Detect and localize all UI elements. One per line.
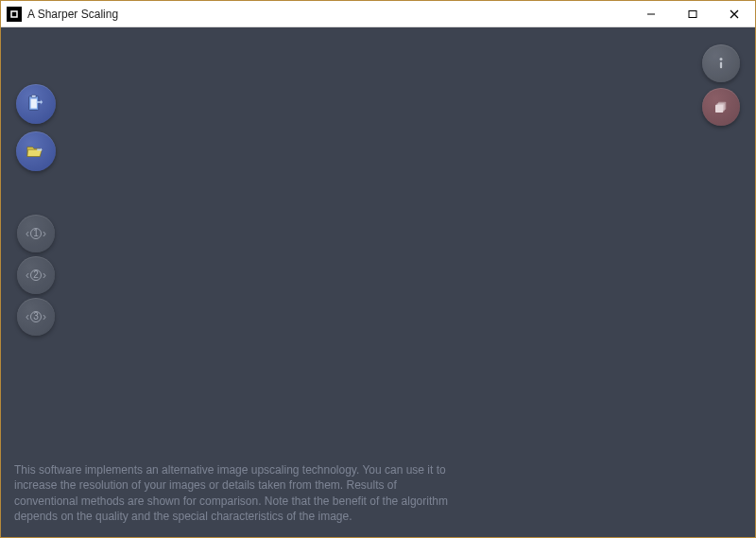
svg-rect-14 — [715, 105, 723, 113]
zoom-preset-2-button[interactable]: ‹ 2 › — [17, 256, 55, 294]
svg-rect-8 — [31, 95, 36, 97]
app-window: A Sharper Scaling — [0, 0, 756, 538]
minimize-button[interactable] — [630, 1, 672, 26]
zoom-level-label: 3 — [30, 311, 42, 322]
svg-point-10 — [720, 58, 723, 61]
zoom-level-label: 1 — [30, 228, 42, 239]
open-file-button[interactable] — [16, 131, 56, 171]
info-button[interactable] — [702, 44, 740, 82]
folder-open-icon — [26, 141, 46, 162]
svg-rect-4 — [689, 10, 696, 17]
chevron-left-icon: ‹ — [26, 311, 29, 322]
svg-rect-9 — [31, 99, 37, 109]
app-icon — [7, 7, 22, 22]
description-text: This software implements an alternative … — [14, 462, 449, 524]
chevron-right-icon: › — [43, 311, 46, 322]
chevron-left-icon: ‹ — [26, 228, 29, 239]
zoom-level-label: 2 — [30, 269, 42, 281]
clipboard-icon — [26, 94, 46, 114]
batch-button[interactable] — [702, 88, 740, 126]
titlebar[interactable]: A Sharper Scaling — [1, 1, 755, 27]
zoom-preset-3-button[interactable]: ‹ 3 › — [17, 298, 55, 336]
info-icon — [713, 55, 730, 72]
chevron-right-icon: › — [43, 228, 46, 239]
client-area: ‹ 1 › ‹ 2 › ‹ 3 › — [1, 27, 755, 537]
close-button[interactable] — [713, 1, 755, 26]
window-title: A Sharper Scaling — [27, 8, 630, 21]
paste-from-clipboard-button[interactable] — [16, 84, 56, 124]
zoom-icon-3: ‹ 3 › — [26, 311, 46, 322]
close-icon — [730, 9, 739, 19]
svg-rect-11 — [720, 62, 722, 69]
svg-rect-2 — [12, 11, 17, 16]
zoom-icon-2: ‹ 2 › — [26, 269, 46, 281]
minimize-icon — [646, 9, 656, 19]
maximize-button[interactable] — [672, 1, 713, 26]
stack-icon — [713, 98, 730, 115]
window-controls — [630, 1, 755, 26]
zoom-preset-1-button[interactable]: ‹ 1 › — [17, 215, 55, 252]
chevron-right-icon: › — [43, 269, 46, 281]
maximize-icon — [688, 9, 697, 19]
chevron-left-icon: ‹ — [26, 269, 29, 281]
zoom-icon-1: ‹ 1 › — [26, 228, 46, 239]
